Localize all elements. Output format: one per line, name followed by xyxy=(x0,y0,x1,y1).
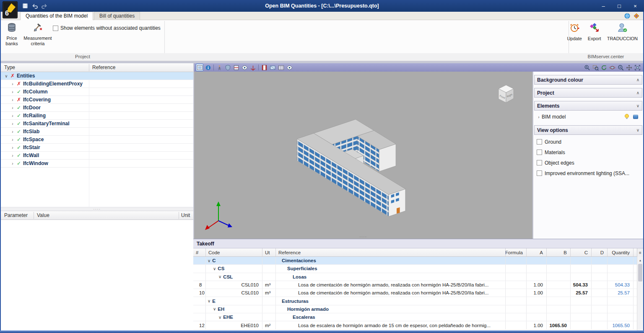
takeoff-column-num[interactable]: # xyxy=(193,248,206,256)
view-options-dropdown[interactable]: View options ∨ xyxy=(534,125,642,135)
eye-button[interactable] xyxy=(286,64,293,71)
search-element-button[interactable] xyxy=(583,64,591,71)
maximize-button[interactable]: □ xyxy=(611,1,627,11)
takeoff-columns-button[interactable]: ≡ xyxy=(637,248,643,257)
takeoff-scrollbar[interactable]: ▲ xyxy=(637,257,643,330)
takeoff-row-csl[interactable]: ∨CSLLosas xyxy=(193,273,643,281)
export-button[interactable]: Export xyxy=(586,22,603,41)
expander-icon[interactable]: › xyxy=(10,106,16,110)
tree-item-ifcwindow[interactable]: ›✓IfcWindow xyxy=(1,160,193,168)
takeoff-row-c[interactable]: ∨CCimentaciones xyxy=(193,257,643,265)
expander-icon[interactable]: ∨ xyxy=(208,299,210,303)
chevron-down-icon[interactable]: ∨ xyxy=(636,128,639,132)
chevron-down-icon[interactable]: ∨ xyxy=(636,103,639,108)
save-button[interactable] xyxy=(21,2,29,10)
shield-button[interactable] xyxy=(224,64,231,71)
project-section[interactable]: Project ∧ xyxy=(534,88,642,98)
person-button[interactable] xyxy=(216,64,223,71)
expander-icon[interactable]: › xyxy=(10,137,16,142)
column-parameter[interactable]: Parameter xyxy=(4,212,28,218)
redraw-button[interactable] xyxy=(600,64,608,71)
checkbox-box[interactable] xyxy=(53,26,58,31)
pan-button[interactable] xyxy=(625,64,633,71)
expander-icon[interactable]: › xyxy=(10,90,16,94)
expander-icon[interactable]: › xyxy=(10,153,16,158)
collapse-icon[interactable]: ∧ xyxy=(636,77,639,82)
takeoff-row-ehe[interactable]: ∨EHEEscaleras xyxy=(193,313,643,321)
info-button[interactable] xyxy=(204,64,212,71)
takeoff-column-d[interactable]: D xyxy=(592,248,608,256)
navigation-cube[interactable]: Front Right xyxy=(495,83,517,106)
help-icon[interactable] xyxy=(633,13,640,21)
takeoff-column-ut[interactable]: Ut xyxy=(262,248,276,256)
eye-button[interactable] xyxy=(241,64,248,71)
tree-item-ifcrailing[interactable]: ›✓IfcRailing xyxy=(1,112,193,120)
price-banks-button[interactable]: Price banks xyxy=(3,22,21,46)
redbook-button[interactable] xyxy=(260,64,268,71)
tree-item-ifcsanitaryterminal[interactable]: ›✓IfcSanitaryTerminal xyxy=(1,120,193,128)
checkbox-box[interactable] xyxy=(537,150,542,155)
expander-icon[interactable]: ∨ xyxy=(213,307,216,311)
tree-item-ifcspace[interactable]: ›✓IfcSpace xyxy=(1,136,193,144)
checkbox-box[interactable] xyxy=(537,170,542,176)
expander-icon[interactable]: › xyxy=(536,115,542,119)
expander-icon[interactable]: › xyxy=(10,129,16,134)
expander-icon[interactable]: › xyxy=(10,161,16,166)
undo-button[interactable] xyxy=(31,2,39,10)
redo-button[interactable] xyxy=(40,2,49,10)
checkbox-object-edges[interactable]: Object edges xyxy=(533,157,643,168)
column-type[interactable]: Type xyxy=(4,65,15,70)
panel-splitter-handle[interactable]: ∙∙∙∙ xyxy=(1,207,193,211)
takeoff-row-10[interactable]: 10CSL010m³Losa de cimentación de hormigó… xyxy=(193,289,643,297)
takeoff-column-b[interactable]: B xyxy=(547,248,571,256)
takeoff-column-code[interactable]: Code xyxy=(206,248,262,256)
close-button[interactable]: × xyxy=(627,1,643,11)
fullscreen-button[interactable] xyxy=(634,64,641,71)
bimserver-sync-icon[interactable] xyxy=(624,13,631,21)
tab-quantities-of-the-bim-model[interactable]: Quantities of the BIM model xyxy=(20,12,93,20)
update-button[interactable]: Update xyxy=(565,22,584,41)
checkbox-box[interactable] xyxy=(537,139,542,145)
grid-button[interactable] xyxy=(277,64,285,71)
model-viewport[interactable]: Front Right ∙∙∙∙ xyxy=(194,72,532,239)
scroll-up-icon[interactable]: ▲ xyxy=(637,257,643,263)
checkbox-materials[interactable]: Materials xyxy=(533,147,643,157)
tree-item-ifcstair[interactable]: ›✓IfcStair xyxy=(1,144,193,152)
tree-item-ifccovering[interactable]: ›✗IfcCovering xyxy=(1,96,193,104)
tree-item-ifcslab[interactable]: ›✓IfcSlab xyxy=(1,128,193,136)
section-button[interactable] xyxy=(232,64,240,71)
expander-icon[interactable]: › xyxy=(10,145,16,150)
takeoff-column-quantity[interactable]: Quantity xyxy=(608,248,634,256)
takeoff-column-reference[interactable]: Reference xyxy=(276,248,506,256)
background-colour-section[interactable]: Background colour ∧ xyxy=(534,75,642,85)
zoom-button[interactable] xyxy=(617,64,624,71)
column-reference[interactable]: Reference xyxy=(92,65,115,70)
takeoff-row-eh[interactable]: ∨EHHormigón armado xyxy=(193,305,643,313)
app-logo-icon[interactable]: 6 xyxy=(3,1,18,18)
zoom-window-button[interactable] xyxy=(592,64,599,71)
visibility-bulb-icon[interactable] xyxy=(623,113,630,121)
tree-item-ifcbuildingelementproxy[interactable]: ›✗IfcBuildingElementProxy xyxy=(1,80,193,88)
traduccion-user-button[interactable]: TRADUCCION xyxy=(605,22,640,41)
takeoff-row-8[interactable]: 8CSL010m³Losa de cimentación de hormigón… xyxy=(193,281,643,289)
takeoff-column-c[interactable]: C xyxy=(571,248,592,256)
checkbox-box[interactable] xyxy=(537,160,542,165)
expander-icon[interactable]: › xyxy=(10,121,16,126)
visible-elements-button[interactable] xyxy=(196,64,203,71)
takeoff-column-a[interactable]: A xyxy=(527,248,547,256)
collapse-icon[interactable]: ∧ xyxy=(636,90,639,95)
model-cube-icon[interactable] xyxy=(632,113,639,121)
bim-model-3d[interactable] xyxy=(194,72,532,239)
takeoff-row-e[interactable]: ∨EEstructuras xyxy=(193,297,643,305)
bim-model-item[interactable]: › BIM model xyxy=(534,112,642,122)
tree-item-entities[interactable]: ∨✗Entities xyxy=(1,72,193,80)
checkbox-improved-environment-lighting-ssa[interactable]: Improved environment lighting (SSA... xyxy=(533,168,643,178)
plane-button[interactable] xyxy=(269,64,276,71)
tree-item-ifcdoor[interactable]: ›✓IfcDoor xyxy=(1,104,193,112)
viewport-splitter-handle[interactable]: ∙∙∙∙ xyxy=(359,235,367,238)
tree-item-ifccolumn[interactable]: ›✓IfcColumn xyxy=(1,88,193,96)
column-unit[interactable]: Unit xyxy=(181,212,190,218)
show-elements-checkbox[interactable]: Show elements without associated quantit… xyxy=(53,25,161,31)
expander-icon[interactable]: ∨ xyxy=(208,258,210,263)
takeoff-row-cs[interactable]: ∨CSSuperficiales xyxy=(193,265,643,273)
